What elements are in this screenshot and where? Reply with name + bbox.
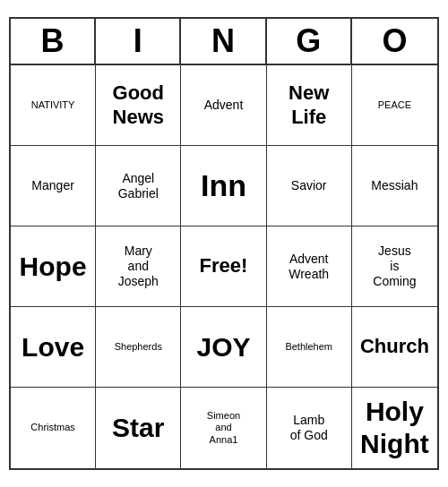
bingo-cell-text-3-4: Church [360,335,429,358]
bingo-cell-text-0-2: Advent [204,98,244,113]
bingo-cell-text-2-0: Hope [20,251,87,283]
bingo-cell-2-2: Free! [181,226,266,307]
header-letter-I: I [96,19,181,64]
bingo-cell-2-3: AdventWreath [267,226,352,307]
bingo-cell-4-2: SimeonandAnna1 [181,388,266,468]
bingo-cell-text-2-4: JesusisComing [373,244,416,288]
bingo-cell-3-3: Bethlehem [267,307,352,388]
header-letter-O: O [352,19,437,64]
bingo-cell-0-0: NATIVITY [11,65,96,146]
bingo-header: BINGO [11,19,437,65]
bingo-cell-2-0: Hope [11,226,96,307]
bingo-cell-1-1: AngelGabriel [96,146,181,226]
bingo-card: BINGO NATIVITYGoodNewsAdventNewLifePEACE… [9,17,439,470]
bingo-cell-2-4: JesusisComing [352,226,437,307]
bingo-cell-3-0: Love [11,307,96,388]
header-letter-B: B [11,19,96,64]
bingo-cell-3-2: JOY [181,307,266,388]
bingo-cell-text-2-3: AdventWreath [289,252,329,282]
bingo-cell-4-4: HolyNight [352,388,437,468]
header-letter-G: G [267,19,352,64]
bingo-cell-4-1: Star [96,388,181,468]
bingo-cell-text-4-1: Star [112,412,164,444]
bingo-cell-text-4-2: SimeonandAnna1 [207,410,240,446]
bingo-cell-text-0-3: NewLife [289,81,329,129]
bingo-cell-0-2: Advent [181,65,266,146]
header-letter-N: N [181,19,266,64]
bingo-cell-text-4-3: Lambof God [290,413,328,443]
bingo-cell-text-0-1: GoodNews [113,81,164,129]
bingo-cell-text-0-4: PEACE [378,99,411,111]
bingo-cell-3-1: Shepherds [96,307,181,388]
bingo-cell-0-3: NewLife [267,65,352,146]
bingo-cell-4-3: Lambof God [267,388,352,468]
bingo-cell-2-1: MaryandJoseph [96,226,181,307]
bingo-cell-text-0-0: NATIVITY [31,99,75,111]
bingo-cell-text-2-2: Free! [200,254,248,278]
bingo-cell-text-1-0: Manger [31,178,73,193]
bingo-grid: NATIVITYGoodNewsAdventNewLifePEACEManger… [11,65,437,468]
bingo-cell-3-4: Church [352,307,437,388]
bingo-cell-1-2: Inn [181,146,266,226]
bingo-cell-text-1-2: Inn [201,167,246,204]
bingo-cell-text-2-1: MaryandJoseph [118,244,159,288]
bingo-cell-0-4: PEACE [352,65,437,146]
bingo-cell-text-3-2: JOY [196,331,250,363]
bingo-cell-1-0: Manger [11,146,96,226]
bingo-cell-text-1-1: AngelGabriel [118,171,159,201]
bingo-cell-text-3-3: Bethlehem [285,341,332,353]
bingo-cell-text-3-1: Shepherds [115,341,162,353]
bingo-cell-text-3-0: Love [22,331,84,363]
bingo-cell-text-4-4: HolyNight [360,396,429,460]
bingo-cell-4-0: Christmas [11,388,96,468]
bingo-cell-text-1-4: Messiah [371,178,418,193]
bingo-cell-text-4-0: Christmas [30,422,75,433]
bingo-cell-1-3: Savior [267,146,352,226]
bingo-cell-1-4: Messiah [352,146,437,226]
bingo-cell-0-1: GoodNews [96,65,181,146]
bingo-cell-text-1-3: Savior [291,178,327,193]
